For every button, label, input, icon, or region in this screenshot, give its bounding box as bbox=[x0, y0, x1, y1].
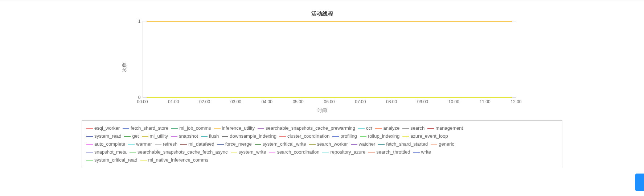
legend-item[interactable]: ml_native_inference_comms bbox=[139, 156, 208, 164]
legend-swatch bbox=[269, 152, 275, 153]
x-tick-label: 02:00 bbox=[199, 99, 210, 104]
legend-item[interactable]: snapshot bbox=[169, 132, 198, 140]
legend-item[interactable]: fetch_shard_store bbox=[121, 124, 168, 132]
legend-item[interactable]: rollup_indexing bbox=[358, 132, 399, 140]
series-line[interactable] bbox=[147, 21, 512, 22]
legend-label: azure_event_loop bbox=[410, 132, 448, 140]
plot-area[interactable]: 01 bbox=[143, 21, 516, 98]
legend-label: searchable_snapshots_cache_fetch_async bbox=[138, 148, 228, 156]
x-tick-label: 01:00 bbox=[168, 99, 179, 104]
legend-item[interactable]: search_coordination bbox=[267, 148, 319, 156]
legend-label: analyze bbox=[383, 124, 399, 132]
legend-label: searchable_snapshots_cache_prewarming bbox=[266, 124, 355, 132]
legend-label: auto_complete bbox=[94, 140, 125, 148]
legend-label: inference_utility bbox=[222, 124, 255, 132]
legend-swatch bbox=[402, 136, 409, 137]
legend-label: ccr bbox=[366, 124, 372, 132]
legend-swatch bbox=[123, 128, 129, 129]
legend-item[interactable]: flush bbox=[200, 132, 219, 140]
legend-label: watcher bbox=[359, 140, 376, 148]
legend-item[interactable]: force_merge bbox=[216, 140, 252, 148]
x-tick-label: 03:00 bbox=[230, 99, 241, 104]
legend-swatch bbox=[180, 144, 187, 145]
chart-container: 活动线程 次数 01 00:0001:0002:0003:0004:0005:0… bbox=[0, 0, 644, 196]
legend-swatch bbox=[171, 136, 177, 137]
legend-item[interactable]: warmer bbox=[127, 140, 152, 148]
legend-item[interactable]: ml_datafeed bbox=[179, 140, 214, 148]
legend-item[interactable]: search_throttled bbox=[367, 148, 410, 156]
legend-swatch bbox=[142, 136, 148, 137]
legend-swatch bbox=[86, 160, 93, 160]
legend-label: ml_datafeed bbox=[188, 140, 214, 148]
legend-item[interactable]: downsample_indexing bbox=[220, 132, 276, 140]
legend-swatch bbox=[214, 128, 221, 129]
legend-item[interactable]: generic bbox=[429, 140, 454, 148]
series-line[interactable] bbox=[147, 97, 512, 98]
legend-item[interactable]: system_read bbox=[85, 132, 121, 140]
legend-swatch bbox=[375, 128, 382, 129]
legend-label: snapshot_meta bbox=[94, 148, 127, 156]
legend-swatch bbox=[258, 128, 264, 129]
legend-item[interactable]: repository_azure bbox=[321, 148, 365, 156]
legend-item[interactable]: refresh bbox=[153, 140, 177, 148]
x-tick-label: 11:00 bbox=[480, 99, 491, 104]
legend-label: repository_azure bbox=[330, 148, 365, 156]
legend-swatch bbox=[413, 152, 420, 153]
x-tick-label: 05:00 bbox=[293, 99, 304, 104]
legend-item[interactable]: management bbox=[426, 124, 463, 132]
x-tick-label: 07:00 bbox=[355, 99, 366, 104]
legend-item[interactable]: analyze bbox=[374, 124, 399, 132]
legend-item[interactable]: search bbox=[401, 124, 424, 132]
legend-label: ml_job_comms bbox=[179, 124, 211, 132]
float-action-button[interactable] bbox=[635, 174, 644, 191]
x-tick-label: 10:00 bbox=[448, 99, 459, 104]
legend-item[interactable]: searchable_snapshots_cache_prewarming bbox=[256, 124, 355, 132]
legend-item[interactable]: write bbox=[412, 148, 431, 156]
legend-item[interactable]: azure_event_loop bbox=[401, 132, 448, 140]
legend-item[interactable]: auto_complete bbox=[85, 140, 125, 148]
legend-item[interactable]: searchable_snapshots_cache_fetch_async bbox=[128, 148, 228, 156]
legend-label: system_critical_write bbox=[263, 140, 306, 148]
legend-swatch bbox=[86, 136, 93, 137]
legend-label: system_read bbox=[94, 132, 121, 140]
legend-item[interactable]: ml_job_comms bbox=[170, 124, 211, 132]
x-tick-label: 08:00 bbox=[386, 99, 397, 104]
legend-swatch bbox=[231, 152, 237, 153]
legend-label: system_critical_read bbox=[94, 156, 138, 164]
legend-swatch bbox=[351, 144, 357, 145]
legend-item[interactable]: search_worker bbox=[308, 140, 348, 148]
legend-swatch bbox=[222, 136, 228, 137]
legend-label: cluster_coordination bbox=[287, 132, 329, 140]
legend-item[interactable]: get bbox=[123, 132, 139, 140]
legend-item[interactable]: ml_utility bbox=[140, 132, 168, 140]
legend-swatch bbox=[279, 136, 286, 137]
legend-swatch bbox=[86, 144, 93, 145]
legend-swatch bbox=[358, 128, 365, 129]
legend-label: warmer bbox=[136, 140, 152, 148]
legend-swatch bbox=[255, 144, 261, 145]
legend-item[interactable]: profiling bbox=[331, 132, 357, 140]
x-tick-label: 09:00 bbox=[417, 99, 428, 104]
y-tick-label: 1 bbox=[138, 19, 143, 24]
legend-item[interactable]: esql_worker bbox=[85, 124, 120, 132]
legend-item[interactable]: snapshot_meta bbox=[85, 148, 127, 156]
legend-swatch bbox=[322, 152, 329, 153]
legend-label: system_write bbox=[239, 148, 266, 156]
x-axis-ticks: 00:0001:0002:0003:0004:0005:0006:0007:00… bbox=[143, 99, 516, 105]
legend-item[interactable]: ccr bbox=[357, 124, 372, 132]
legend-label: flush bbox=[209, 132, 219, 140]
legend-item[interactable]: watcher bbox=[349, 140, 376, 148]
legend-label: search bbox=[410, 124, 424, 132]
legend-item[interactable]: system_critical_write bbox=[253, 140, 306, 148]
legend-swatch bbox=[309, 144, 316, 145]
legend-swatch bbox=[402, 128, 409, 129]
legend-item[interactable]: cluster_coordination bbox=[278, 132, 329, 140]
legend-item[interactable]: system_critical_read bbox=[85, 156, 138, 164]
chart-card: 活动线程 次数 01 00:0001:0002:0003:0004:0005:0… bbox=[0, 0, 644, 168]
legend-item[interactable]: system_write bbox=[229, 148, 266, 156]
legend-swatch bbox=[124, 136, 131, 137]
legend-label: management bbox=[435, 124, 463, 132]
legend-item[interactable]: inference_utility bbox=[213, 124, 255, 132]
legend-item[interactable]: fetch_shard_started bbox=[377, 140, 428, 148]
legend-label: search_coordination bbox=[277, 148, 319, 156]
